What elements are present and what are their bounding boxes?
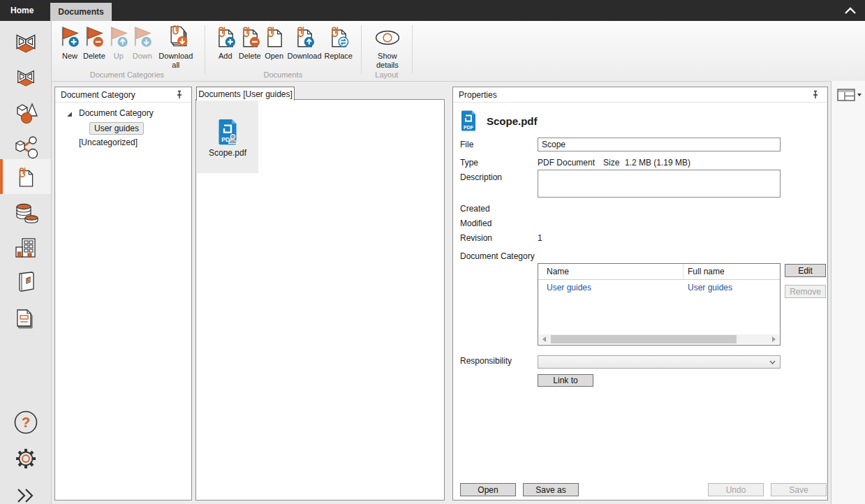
table-header: Name Full name <box>538 264 780 280</box>
save-as-button[interactable]: Save as <box>523 483 579 496</box>
ribbon-tab-documents[interactable]: Documents <box>50 3 112 21</box>
responsibility-dropdown[interactable] <box>538 355 781 369</box>
sidebar-item-shapes[interactable] <box>0 95 51 130</box>
sidebar-item-reports[interactable] <box>0 300 51 335</box>
save-button[interactable]: Save <box>771 483 827 496</box>
type-value: PDF Document <box>538 158 595 168</box>
book-cube-icon <box>15 271 37 295</box>
modified-label: Modified <box>460 218 491 228</box>
new-category-button[interactable]: New <box>59 24 80 61</box>
tree-node-user-guides[interactable]: User guides <box>89 122 144 135</box>
sidebar-item-organization[interactable] <box>0 230 51 265</box>
size-value: 1.2 MB (1.19 MB) <box>625 158 690 168</box>
file-input[interactable] <box>538 138 781 151</box>
sidebar-item-settings[interactable] <box>0 441 51 476</box>
chevron-down-icon <box>769 360 776 364</box>
responsibility-label: Responsibility <box>460 356 512 366</box>
show-details-button[interactable]: Show details <box>371 24 404 69</box>
document-category-table: Name Full name User guides User guides <box>538 263 781 346</box>
panel-title: Document Category <box>61 90 173 100</box>
ribbon-group-layout: Show details Layout <box>363 21 411 81</box>
collapse-ribbon-button[interactable] <box>843 4 858 17</box>
download-all-button[interactable]: Download all <box>156 24 196 69</box>
move-down-button[interactable]: Down <box>132 24 153 61</box>
cell-full-name: User guides <box>683 280 780 295</box>
revision-label: Revision <box>460 233 492 243</box>
column-header-full-name[interactable]: Full name <box>683 264 780 279</box>
documents-panel: Scope.pdf <box>195 99 445 501</box>
undo-button[interactable]: Undo <box>708 483 764 496</box>
home-menu[interactable]: Home <box>10 6 34 15</box>
delete-document-button[interactable]: Delete <box>239 24 261 61</box>
help-icon <box>13 410 38 435</box>
cell-name: User guides <box>538 280 683 295</box>
add-document-button[interactable]: Add <box>215 24 236 61</box>
gear-icon <box>13 446 38 471</box>
coins-icon <box>13 201 38 225</box>
properties-panel: Properties Scope.pdf File Type PDF Docum… <box>452 87 828 501</box>
sidebar-item-box-3d[interactable] <box>0 25 51 60</box>
open-document-button[interactable]: Open <box>264 24 285 61</box>
pin-button[interactable] <box>173 89 186 101</box>
column-header-name[interactable]: Name <box>538 264 683 279</box>
layout-selector-button[interactable] <box>837 86 862 104</box>
sidebar-item-data[interactable] <box>0 195 51 230</box>
eye-icon <box>374 24 401 51</box>
tree-expander[interactable] <box>66 110 73 119</box>
link-to-button[interactable]: Link to <box>538 374 593 387</box>
documents-tab[interactable]: Documents [User guides] <box>196 87 295 101</box>
flag-minus-icon <box>84 24 105 51</box>
document-category-panel: Document Category Document Category User… <box>54 87 192 501</box>
horizontal-scrollbar[interactable] <box>539 334 779 344</box>
dropdown-arrow-icon <box>857 94 862 96</box>
edit-button[interactable]: Edit <box>785 264 826 277</box>
pdf-file-icon <box>460 110 477 131</box>
sidebar-item-catalog[interactable] <box>0 265 51 300</box>
document-minus-icon <box>239 24 260 51</box>
panel-title: Properties <box>459 90 809 100</box>
revision-value: 1 <box>538 233 542 243</box>
pin-button[interactable] <box>809 89 822 101</box>
documents-download-icon <box>164 24 188 51</box>
delete-category-button[interactable]: Delete <box>83 24 105 61</box>
double-chevron-right-icon <box>15 487 36 504</box>
replace-document-button[interactable]: Replace <box>325 24 353 61</box>
document-tile-scope-pdf[interactable]: Scope.pdf <box>197 101 258 173</box>
scrollbar-thumb[interactable] <box>551 335 737 343</box>
group-label-layout: Layout <box>363 71 411 79</box>
ribbon-group-documents: Add Delete Open Download Replace Do <box>207 21 360 81</box>
sidebar-item-documents[interactable] <box>0 159 51 194</box>
document-download-icon <box>294 24 315 51</box>
document-icon <box>264 24 285 51</box>
document-paperclip-icon <box>16 165 36 188</box>
building-icon <box>14 237 38 259</box>
sidebar-item-help[interactable] <box>0 405 51 440</box>
open-button[interactable]: Open <box>460 483 516 496</box>
tree-node-uncategorized[interactable]: [Uncategorized] <box>79 138 138 147</box>
sidebar-expand-button[interactable] <box>0 478 51 504</box>
layout-strip <box>831 81 865 504</box>
box-3d-icon <box>14 31 38 54</box>
move-up-button[interactable]: Up <box>108 24 129 61</box>
ribbon-separator <box>205 25 205 74</box>
tree-node-root[interactable]: Document Category <box>79 108 154 118</box>
scroll-right-icon <box>772 336 776 342</box>
description-input[interactable] <box>538 170 781 198</box>
title-bar: Home Documents <box>0 0 865 21</box>
file-label: File <box>460 140 473 149</box>
flag-down-icon <box>132 24 153 51</box>
scroll-right-button[interactable] <box>769 334 779 344</box>
remove-button[interactable]: Remove <box>785 285 826 298</box>
sidebar-item-box-3d-alt[interactable] <box>0 60 51 95</box>
chevron-up-icon <box>844 6 857 15</box>
linked-shapes-icon <box>14 135 38 159</box>
scroll-left-button[interactable] <box>539 334 549 344</box>
document-category-panel-header: Document Category <box>55 87 191 103</box>
ribbon: New Delete Up Down Download all Doc <box>51 21 865 82</box>
pin-icon <box>175 90 184 100</box>
ribbon-group-document-categories: New Delete Up Down Download all Doc <box>51 21 203 81</box>
download-document-button[interactable]: Download <box>288 24 322 61</box>
scroll-left-icon <box>542 336 546 342</box>
tree-expanded-icon <box>66 111 73 117</box>
table-row[interactable]: User guides User guides <box>538 280 780 295</box>
